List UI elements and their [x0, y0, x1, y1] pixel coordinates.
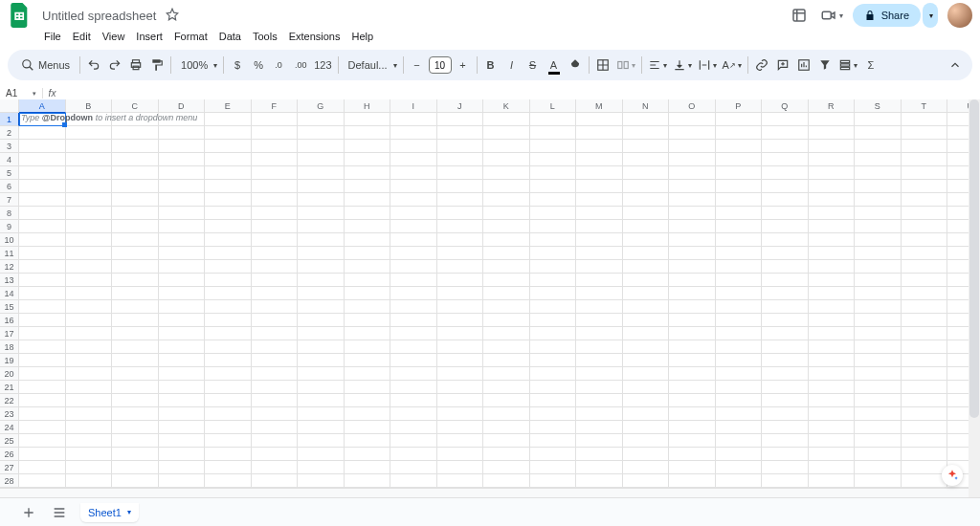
cell[interactable] — [159, 448, 206, 461]
cell[interactable] — [530, 220, 577, 233]
cell[interactable] — [66, 180, 113, 193]
cell[interactable] — [716, 461, 763, 474]
cell[interactable] — [345, 314, 391, 327]
cell[interactable] — [576, 166, 623, 180]
cell[interactable] — [902, 434, 948, 448]
cell[interactable] — [669, 354, 716, 367]
cell[interactable] — [252, 140, 299, 153]
cell[interactable] — [669, 421, 716, 434]
cell[interactable] — [576, 287, 623, 300]
cell[interactable] — [716, 166, 763, 180]
cell[interactable] — [902, 260, 948, 274]
cell[interactable] — [205, 354, 252, 367]
cell[interactable] — [298, 327, 345, 340]
percent-button[interactable]: % — [249, 54, 268, 77]
cell[interactable] — [298, 193, 345, 207]
cell[interactable] — [390, 407, 437, 421]
cell[interactable] — [530, 327, 577, 340]
cell[interactable] — [669, 367, 716, 381]
more-formats-button[interactable]: 123 — [312, 54, 333, 77]
cell[interactable] — [252, 381, 299, 394]
cell[interactable] — [66, 354, 113, 367]
cell[interactable] — [855, 220, 902, 233]
cell[interactable] — [112, 394, 159, 407]
cell[interactable] — [205, 287, 252, 300]
cell[interactable] — [902, 207, 948, 220]
cell[interactable] — [576, 140, 623, 153]
cell[interactable] — [902, 287, 948, 300]
cell[interactable] — [483, 354, 530, 367]
cell[interactable] — [298, 381, 345, 394]
cell[interactable] — [483, 193, 530, 207]
menu-extensions[interactable]: Extensions — [283, 29, 346, 44]
bold-button[interactable]: B — [481, 54, 501, 77]
cell[interactable] — [112, 314, 159, 327]
cell[interactable] — [252, 461, 299, 474]
cell[interactable] — [716, 327, 763, 340]
cell[interactable] — [855, 207, 902, 220]
cell[interactable] — [530, 233, 577, 247]
cell[interactable] — [205, 193, 252, 207]
cell[interactable] — [855, 180, 902, 193]
cell[interactable] — [623, 247, 670, 260]
cell[interactable] — [669, 340, 716, 354]
column-header[interactable]: C — [112, 99, 159, 113]
cell[interactable] — [902, 220, 948, 233]
functions-button[interactable]: Σ — [861, 54, 880, 77]
cell[interactable] — [437, 260, 484, 274]
cell[interactable] — [66, 327, 113, 340]
cell[interactable] — [345, 474, 391, 488]
cell[interactable] — [66, 434, 113, 448]
text-color-button[interactable]: A — [545, 54, 564, 77]
cell[interactable] — [112, 287, 159, 300]
cell[interactable] — [252, 153, 299, 166]
cell[interactable] — [298, 474, 345, 488]
column-header[interactable]: Q — [762, 99, 809, 113]
cell[interactable] — [19, 340, 66, 354]
row-header[interactable]: 13 — [0, 274, 19, 287]
print-button[interactable] — [126, 54, 145, 77]
cell[interactable] — [112, 367, 159, 381]
cell[interactable] — [298, 220, 345, 233]
cell[interactable] — [530, 354, 577, 367]
cell[interactable] — [809, 153, 856, 166]
cell[interactable] — [530, 474, 577, 488]
row-header[interactable]: 14 — [0, 287, 19, 300]
cell[interactable] — [669, 113, 716, 126]
cell[interactable] — [530, 260, 577, 274]
cell[interactable] — [483, 461, 530, 474]
cell[interactable] — [530, 461, 577, 474]
cell[interactable] — [252, 180, 299, 193]
cell[interactable] — [298, 113, 345, 126]
explore-button[interactable] — [942, 465, 963, 486]
row-header[interactable]: 17 — [0, 327, 19, 340]
cell[interactable] — [809, 140, 856, 153]
cell[interactable] — [716, 448, 763, 461]
cell[interactable] — [66, 448, 113, 461]
column-header[interactable]: L — [530, 99, 577, 113]
cell[interactable] — [809, 407, 856, 421]
cell[interactable] — [298, 207, 345, 220]
cell[interactable] — [205, 327, 252, 340]
cell[interactable] — [902, 314, 948, 327]
cell[interactable] — [716, 274, 763, 287]
cell[interactable] — [437, 287, 484, 300]
cell[interactable] — [112, 247, 159, 260]
row-header[interactable]: 10 — [0, 233, 19, 247]
cell[interactable] — [576, 207, 623, 220]
cell[interactable] — [159, 153, 206, 166]
cell[interactable] — [576, 354, 623, 367]
cell[interactable] — [298, 421, 345, 434]
name-box[interactable]: A1 ▾ — [0, 88, 42, 99]
cell[interactable] — [345, 340, 391, 354]
cell[interactable] — [390, 113, 437, 126]
cell[interactable] — [390, 233, 437, 247]
column-header[interactable]: G — [298, 99, 345, 113]
cell[interactable] — [902, 233, 948, 247]
cell[interactable] — [252, 354, 299, 367]
cell[interactable] — [576, 340, 623, 354]
cell[interactable] — [390, 180, 437, 193]
cell[interactable] — [19, 260, 66, 274]
cell[interactable] — [669, 407, 716, 421]
cell[interactable] — [623, 421, 670, 434]
